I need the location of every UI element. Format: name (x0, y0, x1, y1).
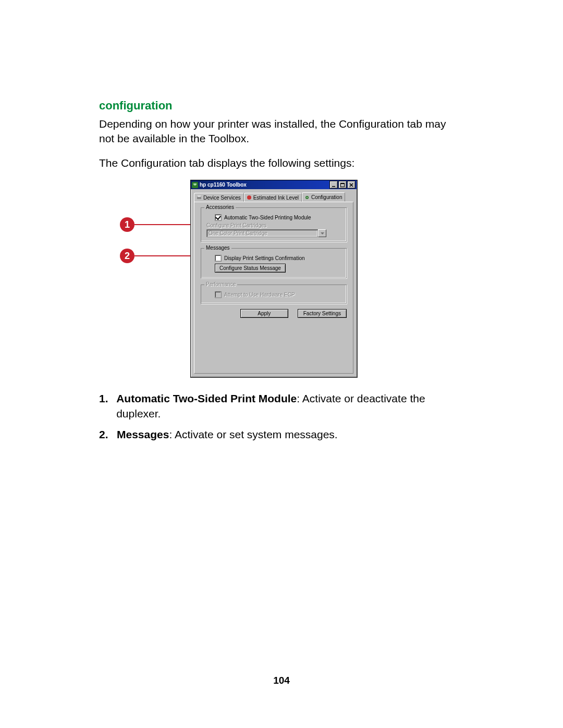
factory-settings-button[interactable]: Factory Settings (298, 309, 347, 318)
app-icon (192, 182, 198, 188)
legend-num-2: 2. (99, 427, 117, 442)
page-number: 104 (0, 675, 563, 686)
printer-icon (197, 195, 202, 200)
cartridge-dropdown[interactable]: One Color Print Cartridge (206, 229, 326, 237)
accessories-group: Accessories Automatic Two-Sided Printing… (201, 207, 347, 242)
callout-line-2 (134, 255, 193, 256)
configure-status-button[interactable]: Configure Status Message (215, 264, 286, 273)
tab-label-services: Device Services (203, 195, 241, 201)
maximize-button[interactable] (338, 181, 347, 189)
tab-label-ink: Estimated Ink Level (253, 195, 299, 201)
close-button[interactable] (347, 181, 356, 189)
display-confirmation-checkbox[interactable] (215, 255, 222, 262)
callout-badge-2: 2 (120, 249, 134, 263)
tab-device-services[interactable]: Device Services (194, 193, 244, 202)
configuration-panel: Accessories Automatic Two-Sided Printing… (194, 202, 353, 374)
legend-item-2: 2. Messages: Activate or set system mess… (99, 427, 464, 442)
hardware-ecp-label: Attempt to Use Hardware ECP (224, 292, 295, 298)
display-confirmation-label: Display Print Settings Confirmation (224, 255, 305, 261)
legend-bold-2: Messages (117, 428, 169, 440)
gear-icon (304, 195, 310, 200)
legend-text-2: : Activate or set system messages. (169, 428, 337, 440)
callout-2: 2 (120, 249, 193, 263)
callout-1: 1 (120, 217, 193, 232)
legend-num-1: 1. (99, 391, 116, 422)
minimize-button[interactable] (329, 181, 338, 189)
chevron-down-icon[interactable] (318, 229, 326, 237)
duplex-module-checkbox[interactable] (215, 214, 222, 221)
tab-ink-level[interactable]: Estimated Ink Level (244, 193, 302, 202)
svg-rect-2 (341, 183, 345, 184)
screenshot-figure: 1 2 hp cp1160 Toolbox (120, 180, 464, 386)
toolbox-dialog: hp cp1160 Toolbox Device Service (190, 180, 358, 378)
messages-legend: Messages (204, 245, 231, 251)
callout-line-1 (134, 224, 193, 225)
tab-configuration[interactable]: Configuration (302, 192, 345, 202)
callout-badge-1: 1 (120, 217, 134, 232)
accessories-legend: Accessories (204, 204, 236, 210)
duplex-module-label: Automatic Two-Sided Printing Module (224, 215, 311, 220)
cartridge-dropdown-value: One Color Print Cartridge (206, 229, 318, 237)
svg-point-5 (247, 195, 251, 200)
legend-bold-1: Automatic Two-Sided Print Module (116, 392, 297, 404)
apply-button[interactable]: Apply (240, 309, 288, 318)
tab-bar: Device Services Estimated Ink Level Conf… (191, 189, 357, 202)
performance-legend: Performance (204, 281, 237, 287)
svg-point-7 (307, 196, 308, 198)
hardware-ecp-checkbox (215, 291, 222, 298)
callout-legend-list: 1. Automatic Two-Sided Print Module: Act… (99, 391, 464, 442)
configure-cartridges-label: Configure Print Cartridges (206, 223, 341, 228)
titlebar[interactable]: hp cp1160 Toolbox (191, 180, 357, 189)
performance-group: Performance Attempt to Use Hardware ECP (201, 285, 347, 304)
window-title: hp cp1160 Toolbox (200, 182, 329, 188)
svg-rect-0 (332, 186, 335, 187)
svg-rect-4 (198, 195, 201, 197)
intro-paragraph-2: The Configuration tab displays the follo… (99, 156, 464, 170)
manual-page: configuration Depending on how your prin… (0, 0, 563, 728)
section-heading: configuration (99, 99, 464, 113)
legend-item-1: 1. Automatic Two-Sided Print Module: Act… (99, 391, 464, 422)
intro-paragraph-1: Depending on how your printer was instal… (99, 117, 464, 146)
tab-label-config: Configuration (311, 194, 342, 200)
messages-group: Messages Display Print Settings Confirma… (201, 248, 347, 278)
ink-icon (247, 195, 252, 200)
